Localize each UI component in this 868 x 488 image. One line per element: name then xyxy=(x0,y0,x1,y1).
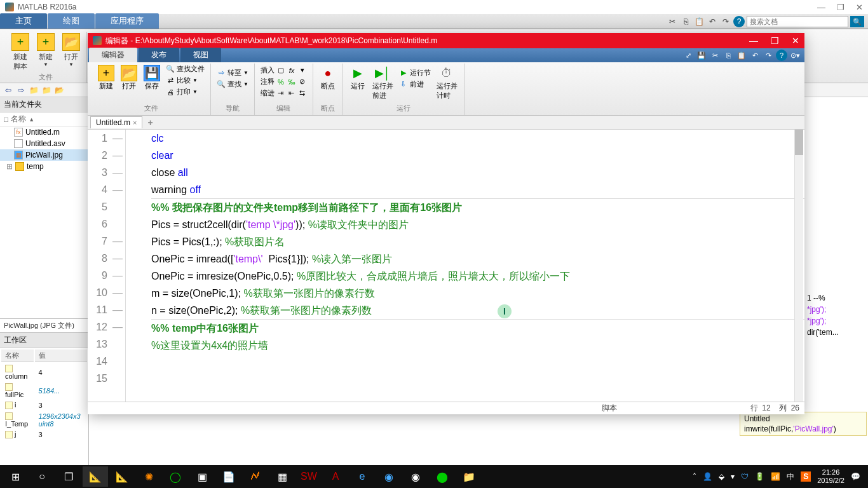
back-icon[interactable]: ⇦ xyxy=(3,85,14,95)
taskbar-app-icon[interactable]: 🗲 xyxy=(243,466,268,487)
code-body[interactable]: clcclearclose allwarning off%% 我把保存图片的文件… xyxy=(126,130,804,402)
editor-titlebar[interactable]: 编辑器 - E:\AboutMyStudy\AboutSoftWare\Abou… xyxy=(88,33,804,48)
cut2-icon[interactable]: ✂ xyxy=(709,50,721,61)
taskbar-app-icon[interactable]: ▦ xyxy=(269,466,295,487)
taskbar-chrome-icon[interactable]: ◉ xyxy=(403,466,428,487)
taskview-icon[interactable]: ❐ xyxy=(56,466,81,487)
taskbar-app-icon[interactable]: 📄 xyxy=(216,466,241,487)
close-button[interactable]: ✕ xyxy=(856,3,863,12)
copy2-icon[interactable]: ⎘ xyxy=(722,50,734,61)
search-docs-input[interactable] xyxy=(747,16,848,27)
taskbar-explorer-icon[interactable]: 📁 xyxy=(456,466,482,487)
undo2-icon[interactable]: ↶ xyxy=(749,50,761,61)
ws-row[interactable]: fullPic5184... xyxy=(1,382,87,399)
tray-battery-icon[interactable]: 🔋 xyxy=(755,472,764,481)
code-editor[interactable]: 1—2—3—4—567—8—9—10—11—12—131415 clcclear… xyxy=(88,130,804,402)
editor-save-button[interactable]: 💾保存 xyxy=(141,64,163,97)
taskbar-app-icon[interactable]: ◉ xyxy=(376,466,402,487)
file-item[interactable]: ⊞temp xyxy=(0,161,88,172)
indent-button[interactable]: 缩进 ⇥⇤⇆ xyxy=(259,88,309,98)
run-button[interactable]: ▶运行 xyxy=(347,64,369,102)
start-button[interactable]: ⊞ xyxy=(3,466,28,487)
taskbar-matlab2-icon[interactable]: 📐 xyxy=(109,466,135,487)
tray-shield-icon[interactable]: 🛡 xyxy=(741,472,749,481)
file-item[interactable]: fxUntitled.m xyxy=(0,126,88,138)
run-time-button[interactable]: ⏱运行并 计时 xyxy=(434,64,460,102)
new-button[interactable]: +新建▼ xyxy=(34,32,57,72)
breakpoints-button[interactable]: ●断点 xyxy=(317,64,339,92)
file-tab-untitled[interactable]: Untitled.m × xyxy=(90,116,142,128)
cortana-icon[interactable]: ○ xyxy=(29,466,55,487)
tray-icon[interactable]: ⬙ xyxy=(719,472,724,481)
taskbar-app-icon[interactable]: ✺ xyxy=(136,466,161,487)
run-section-button[interactable]: ▶运行节 xyxy=(397,67,433,78)
tab-home[interactable]: 主页 xyxy=(0,13,47,29)
taskbar-wechat-icon[interactable]: ⬤ xyxy=(430,466,455,487)
goto-button[interactable]: ⇨转至▼ xyxy=(215,67,250,78)
redo2-icon[interactable]: ↷ xyxy=(763,50,774,61)
run-advance-button[interactable]: ▶│运行并 前进 xyxy=(370,64,396,102)
add-tab-button[interactable]: + xyxy=(142,116,158,129)
file-item[interactable]: Untitled.asv xyxy=(0,138,88,149)
dock-icon[interactable]: ⤢ xyxy=(682,50,694,61)
cut-icon[interactable]: ✂ xyxy=(667,16,678,27)
taskbar-app-icon[interactable]: SW xyxy=(296,466,322,487)
etab-publish[interactable]: 发布 xyxy=(139,48,179,62)
tray-icon[interactable]: ▾ xyxy=(731,472,735,481)
up2-icon[interactable]: 📁 xyxy=(41,85,52,95)
folder-icon[interactable]: 📂 xyxy=(53,85,65,95)
file-item[interactable]: ▦PicWall.jpg xyxy=(0,149,88,161)
close-tab-icon[interactable]: × xyxy=(133,119,137,126)
save-all-icon[interactable]: 💾 xyxy=(696,50,707,61)
undo-icon[interactable]: ↶ xyxy=(707,16,718,27)
etab-view[interactable]: 视图 xyxy=(180,48,221,62)
taskbar-edge-icon[interactable]: e xyxy=(349,466,375,487)
tab-plots[interactable]: 绘图 xyxy=(48,13,95,29)
ws-row[interactable]: i3 xyxy=(1,400,87,410)
comment-button[interactable]: 注释 %‰⊘ xyxy=(259,76,309,87)
editor-maximize-button[interactable]: ❐ xyxy=(771,36,779,46)
help-icon[interactable]: ? xyxy=(733,16,745,27)
print-button[interactable]: 🖨打印▼ xyxy=(164,86,207,97)
compare-button[interactable]: ⇄比较▼ xyxy=(164,75,207,86)
fwd-icon[interactable]: ⇨ xyxy=(15,85,27,95)
advance-button[interactable]: ⇩前进 xyxy=(397,79,433,90)
insert-button[interactable]: 插入 ▢fx▾ xyxy=(259,65,309,76)
ws-row[interactable]: j3 xyxy=(1,430,87,439)
minimize-button[interactable]: — xyxy=(817,3,825,12)
copy-icon[interactable]: ⎘ xyxy=(680,16,691,27)
tray-notifications-icon[interactable]: 💬 xyxy=(851,472,860,481)
tray-wifi-icon[interactable]: 📶 xyxy=(771,472,780,481)
paste2-icon[interactable]: 📋 xyxy=(736,50,747,61)
editor-new-button[interactable]: +新建 xyxy=(95,64,117,97)
new-script-button[interactable]: +新建 脚本 xyxy=(9,32,32,72)
file-list-header[interactable]: □名称▲ xyxy=(0,112,88,126)
taskbar-app-icon[interactable]: A xyxy=(323,466,348,487)
taskbar-matlab1-icon[interactable]: 📐 xyxy=(83,466,108,487)
editor-close-button[interactable]: ✕ xyxy=(792,36,799,46)
actions-icon[interactable]: ⊙▾ xyxy=(789,50,801,61)
ws-row[interactable]: I_Temp1296x2304x3 uint8 xyxy=(1,411,87,428)
open-button[interactable]: 📂打开▼ xyxy=(60,32,83,72)
tray-people-icon[interactable]: 👤 xyxy=(703,472,712,481)
vertical-scrollbar[interactable] xyxy=(794,130,803,402)
tray-clock[interactable]: 21:26 2019/2/2 xyxy=(817,468,844,485)
paste-icon[interactable]: 📋 xyxy=(693,16,705,27)
find-files-button[interactable]: 🔍查找文件 xyxy=(164,64,207,74)
etab-editor[interactable]: 编辑器 xyxy=(89,48,137,62)
taskbar-app-icon[interactable]: ◯ xyxy=(163,466,188,487)
up-icon[interactable]: 📁 xyxy=(28,85,39,95)
find-button[interactable]: 🔍查找▼ xyxy=(215,79,250,90)
command-history-popup[interactable]: Untitled imwrite(fullPic,'PicWall.jpg') xyxy=(740,412,867,436)
search-docs-button[interactable]: 🔍 xyxy=(850,16,864,27)
maximize-button[interactable]: ❐ xyxy=(837,3,844,12)
help2-icon[interactable]: ? xyxy=(776,50,787,61)
editor-minimize-button[interactable]: — xyxy=(749,36,758,46)
ws-row[interactable]: column4 xyxy=(1,363,87,381)
editor-open-button[interactable]: 📂打开 xyxy=(118,64,140,97)
tray-up-icon[interactable]: ˄ xyxy=(693,472,696,481)
redo-icon[interactable]: ↷ xyxy=(720,16,731,27)
taskbar-app-icon[interactable]: ▣ xyxy=(189,466,215,487)
tab-apps[interactable]: 应用程序 xyxy=(95,13,159,29)
tray-sogou-icon[interactable]: S xyxy=(801,471,811,482)
